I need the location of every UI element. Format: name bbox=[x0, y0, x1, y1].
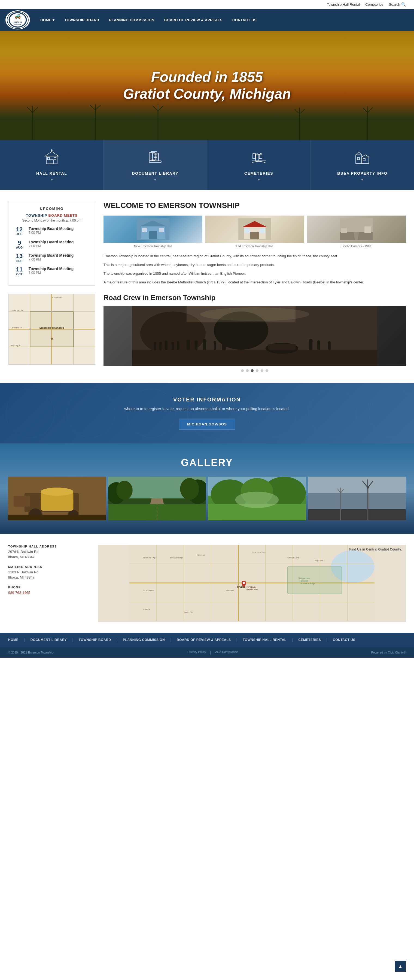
nav-link-home[interactable]: HOME ▾ bbox=[35, 13, 60, 27]
svg-rect-95 bbox=[341, 228, 347, 233]
search-icon[interactable]: 🔍 bbox=[401, 2, 406, 6]
svg-line-55 bbox=[359, 152, 362, 155]
ada-link[interactable]: ADA Compliance bbox=[215, 650, 238, 655]
bottom-nav-contact[interactable]: CONTACT US bbox=[333, 638, 355, 642]
bottom-link-divider: | bbox=[210, 650, 211, 655]
gallery-item-1[interactable] bbox=[108, 477, 206, 520]
bottom-nav-review[interactable]: BOARD OF REVIEW & APPEALS bbox=[177, 638, 231, 642]
meeting-info-2: Township Board Meeting 7:00 PM bbox=[29, 253, 73, 261]
bottom-nav-board[interactable]: TOWNSHIP BOARD bbox=[79, 638, 111, 642]
carousel-dot-3[interactable] bbox=[256, 369, 259, 372]
bottom-nav-divider-5: | bbox=[292, 638, 293, 642]
voter-button[interactable]: MICHIGAN.GOV/SOS bbox=[179, 418, 235, 430]
svg-rect-90 bbox=[260, 228, 265, 233]
nav-item-board[interactable]: TOWNSHIP BOARD bbox=[60, 13, 104, 27]
logo[interactable]: 🚜 EMERSON TOWNSHIP bbox=[5, 10, 30, 29]
svg-text:TOWNSHIP: TOWNSHIP bbox=[14, 24, 22, 25]
svg-line-24 bbox=[300, 109, 305, 114]
board-meets-link[interactable]: TOWNSHIP BOARD MEETS bbox=[14, 213, 90, 218]
gallery-item-2[interactable] bbox=[208, 477, 306, 520]
nav-item-contact[interactable]: CONTACT US bbox=[227, 13, 262, 27]
township-label: TOWNSHIP bbox=[26, 213, 48, 218]
meeting-day-3: 11 bbox=[14, 267, 25, 272]
powered-by: Powered by Civic Clarity® bbox=[371, 651, 406, 654]
property-icon bbox=[354, 150, 370, 168]
carousel-dot-0[interactable] bbox=[241, 369, 244, 372]
svg-rect-52 bbox=[356, 155, 362, 164]
nav-link-review[interactable]: BOARD OF REVIEW & APPEALS bbox=[159, 13, 227, 27]
topbar-search-link[interactable]: Search bbox=[389, 2, 400, 6]
contact-phone-section: PHONE 989-763-1465 bbox=[8, 585, 90, 595]
meeting-date-2: 13 SEP bbox=[14, 253, 25, 262]
svg-line-59 bbox=[365, 155, 369, 157]
search-wrap: Search 🔍 bbox=[389, 2, 406, 6]
welcome-p1: Emerson Township is located in the centr… bbox=[103, 253, 406, 259]
tile-bsa[interactable]: BS&A PROPERTY INFO bbox=[311, 140, 414, 190]
svg-point-120 bbox=[222, 338, 226, 342]
nav-item-home[interactable]: HOME ▾ bbox=[35, 13, 60, 27]
small-map-svg: Emerson Township Lumberjack Rd Centerlin… bbox=[8, 294, 95, 364]
tile-document-library[interactable]: DOCUMENT LIBRARY bbox=[103, 140, 207, 190]
meeting-info-1: Township Board Meeting 7:00 PM bbox=[29, 240, 73, 248]
tile-cemeteries[interactable]: CEMETERIES bbox=[207, 140, 311, 190]
topbar-link-hall-rental[interactable]: Township Hall Rental bbox=[327, 2, 360, 6]
svg-rect-135 bbox=[14, 496, 30, 507]
svg-text:Baldwin Road: Baldwin Road bbox=[246, 589, 258, 590]
hero-text: Founded in 1855 Gratiot County, Michigan bbox=[123, 68, 291, 102]
carousel-dot-2[interactable] bbox=[251, 369, 254, 372]
meeting-date-1: 9 AUG bbox=[14, 240, 25, 249]
bottom-nav-divider-4: | bbox=[236, 638, 238, 642]
bottom-nav-hall-rental[interactable]: TOWNSHIP HALL RENTAL bbox=[243, 638, 286, 642]
nav-item-planning[interactable]: PLANNING COMMISSION bbox=[104, 13, 159, 27]
tile-library-dot bbox=[154, 179, 156, 180]
svg-point-130 bbox=[200, 307, 309, 321]
carousel-dot-1[interactable] bbox=[246, 369, 249, 372]
contact-address-section: TOWNSHIP HALL ADDRESS 2976 N Baldwin Rd.… bbox=[8, 545, 90, 560]
carousel-dot-5[interactable] bbox=[266, 369, 268, 372]
photo-item-1: Old Emerson Township Hall bbox=[205, 216, 304, 248]
meeting-item-0: 12 JUL Township Board Meeting 7:00 PM bbox=[14, 226, 90, 236]
svg-line-58 bbox=[362, 155, 365, 157]
svg-rect-109 bbox=[177, 343, 179, 350]
bottom-nav-planning[interactable]: PLANNING COMMISSION bbox=[123, 638, 165, 642]
carousel-dots bbox=[103, 369, 406, 372]
privacy-link[interactable]: Privacy Policy bbox=[187, 650, 206, 655]
bottom-nav: HOME | DOCUMENT LIBRARY | TOWNSHIP BOARD… bbox=[0, 633, 414, 647]
tile-library-label: DOCUMENT LIBRARY bbox=[132, 171, 178, 175]
topbar-link-cemeteries[interactable]: Cemeteries bbox=[365, 2, 383, 6]
svg-text:Beal City Rd: Beal City Rd bbox=[11, 344, 21, 347]
bottom-nav-home[interactable]: HOME bbox=[8, 638, 19, 642]
svg-rect-139 bbox=[8, 515, 106, 520]
nav-link-board[interactable]: TOWNSHIP BOARD bbox=[60, 13, 104, 27]
phone-number[interactable]: 989-763-1465 bbox=[8, 590, 90, 595]
gallery-item-0[interactable] bbox=[8, 477, 106, 520]
bottom-nav-cemeteries[interactable]: CEMETERIES bbox=[298, 638, 321, 642]
meeting-time-3: 7:00 PM bbox=[29, 271, 73, 275]
svg-rect-159 bbox=[308, 493, 406, 509]
nav-link-contact[interactable]: CONTACT US bbox=[227, 13, 262, 27]
map-title-text: Find Us in Central Gratiot County. bbox=[349, 547, 402, 551]
svg-text:Shiawassee: Shiawassee bbox=[298, 577, 310, 579]
nav-item-review[interactable]: BOARD OF REVIEW & APPEALS bbox=[159, 13, 227, 27]
svg-text:Sumner: Sumner bbox=[197, 554, 205, 556]
carousel-dot-4[interactable] bbox=[261, 369, 263, 372]
meeting-name-3: Township Board Meeting bbox=[29, 267, 73, 271]
meeting-name-2: Township Board Meeting bbox=[29, 253, 73, 258]
meeting-time-1: 7:00 PM bbox=[29, 244, 73, 248]
tile-cemetery-dot bbox=[258, 179, 260, 180]
gallery-item-3[interactable] bbox=[308, 477, 406, 520]
gallery-thumb-3 bbox=[308, 477, 406, 520]
voter-subtitle: where to to to register to vote, request… bbox=[8, 406, 406, 412]
tile-cemetery-label: CEMETERIES bbox=[244, 171, 273, 175]
right-column: WELCOME TO EMERSON TOWNSHIP New Emerson … bbox=[103, 201, 406, 372]
tile-hall-rental[interactable]: HALL RENTAL bbox=[0, 140, 103, 190]
photo-new-hall bbox=[103, 216, 202, 243]
photo-item-0: New Emerson Township Hall bbox=[103, 216, 202, 248]
svg-text:Baldwin Rd: Baldwin Rd bbox=[52, 296, 62, 298]
main-content: UPCOMING TOWNSHIP BOARD MEETS Second Mon… bbox=[0, 190, 414, 383]
gallery-thumb-1 bbox=[108, 477, 206, 520]
bottom-nav-library[interactable]: DOCUMENT LIBRARY bbox=[30, 638, 67, 642]
nav-link-planning[interactable]: PLANNING COMMISSION bbox=[104, 13, 159, 27]
svg-point-73 bbox=[73, 328, 74, 330]
caption-beebe: Beebe Corners - 1910 bbox=[307, 245, 406, 248]
